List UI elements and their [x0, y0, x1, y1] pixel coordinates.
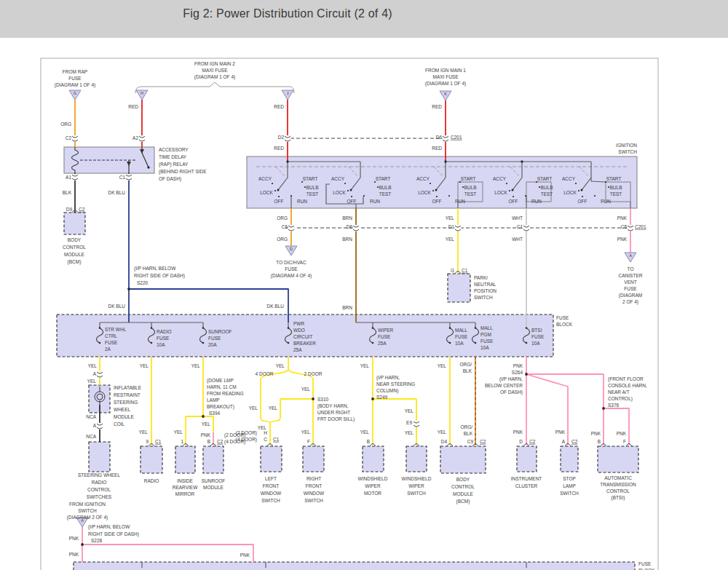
contact-dot	[272, 183, 273, 184]
diagram-label: 10A	[531, 341, 540, 346]
diagram-label: FUSE	[480, 339, 494, 344]
diagram-label: MODULE	[453, 491, 473, 496]
diagram-label: 9	[146, 439, 149, 444]
contact-dot	[432, 190, 434, 191]
diagram-label: SUNROOF	[202, 478, 226, 483]
diagram-label: PNK	[617, 237, 628, 242]
diagram-label: OF DASH)	[500, 389, 523, 395]
diagram-label: (DIAGRAM 1 OF 4)	[425, 81, 466, 87]
diagram-label: COIL	[114, 421, 125, 427]
diagram-label: BELOW CENTER	[485, 383, 523, 388]
diagram-label: S220	[137, 280, 149, 285]
diagram-label: PGM	[480, 332, 491, 337]
splice-dot	[288, 327, 290, 329]
splice-dot	[372, 327, 374, 329]
diagram-label: FUSE	[455, 334, 468, 339]
diagram-label: ORG/	[459, 362, 472, 367]
diagram-label: STEERING	[114, 400, 138, 405]
diagram-label: OFF	[347, 199, 357, 204]
figure-title: Fig 2: Power Distribution Circuit (2 of …	[0, 7, 575, 20]
diagram-label: DK BLU	[108, 304, 126, 309]
diagram-label: F	[307, 439, 310, 444]
diagram-label: S394	[209, 411, 221, 416]
diagram-label: RESTRAINT	[114, 392, 141, 397]
contact-dot	[575, 183, 577, 184]
diagram-label: FUSE	[68, 76, 82, 81]
splice-dot	[512, 189, 514, 191]
diagram-label: C201	[635, 224, 646, 229]
power-distribution-circuit-diagram: ACCYSTARTLOCKBULBTESTOFFRUNACCYSTARTLOCK…	[0, 0, 728, 570]
diagram-label: MODULE	[114, 414, 134, 419]
diagram-label: YEL	[438, 363, 447, 368]
diagram-label: ACCY	[416, 176, 430, 181]
diagram-label: (DIAGRAM 4 OF 4)	[271, 273, 312, 279]
contact-dot	[274, 190, 276, 191]
right-front-window-switch-box	[303, 446, 324, 472]
diagram-label: B	[598, 439, 601, 444]
diagram-label: DK BLU	[267, 304, 285, 309]
diagram-label: YEL	[446, 237, 455, 242]
diagram-label: (BCM)	[68, 259, 82, 265]
diagram-label: WINDSHIELD	[358, 476, 388, 481]
diagram-label: A1	[66, 175, 71, 180]
contact-dot	[290, 195, 292, 197]
diagram-label: TEST	[379, 191, 392, 197]
diagram-label: OF DASH)	[159, 176, 181, 182]
diagram-label: LOCK	[494, 190, 507, 195]
diagram-label: WIPER	[378, 328, 394, 333]
diagram-label: BREAKOUT)	[207, 404, 234, 410]
diagram-label: SWITCH	[474, 295, 493, 300]
diagram-label: MIRROR	[175, 491, 195, 496]
diagram-label: PNK	[591, 431, 601, 436]
diagram-label: CONTROL	[87, 487, 111, 492]
diagram-label: C2	[571, 439, 578, 444]
diagram-label: CONTROL	[63, 245, 86, 250]
diagram-label: C1	[119, 175, 126, 180]
diagram-label: CANISTER	[619, 273, 643, 278]
diagram-label: FRONT	[306, 483, 322, 488]
diagram-label: MODULE	[203, 485, 223, 490]
diagram-label: RUN	[370, 199, 380, 204]
diagram-label: C6	[282, 224, 288, 229]
contact-dot	[344, 183, 346, 184]
diagram-label: RUN	[455, 199, 465, 204]
diagram-label: S376	[608, 403, 620, 408]
diagram-label: H	[264, 430, 267, 435]
contact-dot	[539, 186, 540, 188]
splice-dot	[371, 397, 374, 400]
diagram-label: (DIAGRAM 2 OF 4)	[67, 515, 108, 520]
diagram-label: WHEEL	[114, 407, 131, 412]
contact-dot	[351, 196, 352, 197]
diagram-label: YEL	[301, 430, 311, 435]
diagram-label: YEL	[88, 363, 98, 368]
diagram-label: FUSE	[157, 336, 170, 341]
diagram-label: ACCY	[258, 176, 272, 181]
inside-rearview-mirror-box	[175, 446, 195, 473]
diagram-label: NCA	[86, 414, 96, 419]
diagram-label: C2	[529, 439, 536, 444]
diagram-label: A	[93, 423, 97, 428]
diagram-label: START	[376, 176, 391, 181]
diagram-label: (BTSI)	[612, 495, 625, 501]
contact-dot	[509, 190, 510, 191]
diagram-label: YEL	[276, 363, 285, 368]
splice-dot	[202, 327, 205, 329]
diagram-label: MALL	[455, 328, 467, 333]
diagram-label: LOCK	[418, 190, 431, 195]
diagram-label: CONTROL	[451, 484, 475, 489]
contact-dot	[301, 181, 303, 183]
figure-header-band: Fig 2: Power Distribution Circuit (2 of …	[0, 0, 728, 38]
diagram-label: C	[264, 437, 267, 442]
diagram-label: (I/P HARN,	[376, 375, 400, 381]
diagram-label: C1	[155, 439, 162, 444]
contact-dot	[578, 190, 579, 191]
diagram-label: WHT	[512, 215, 523, 221]
diagram-label: SWITCH	[304, 498, 323, 503]
diagram-label: TEST	[306, 191, 319, 197]
diagram-label: YEL	[174, 430, 183, 435]
diagram-label: (DIAGRAM 1 OF 4)	[55, 82, 95, 88]
diagram-label: INSIDE	[177, 478, 193, 483]
diagram-label: 4 DOOR	[256, 371, 274, 376]
diagram-label: RIGHT SIDE OF DASH)	[88, 531, 139, 537]
diagram-label: D2	[278, 135, 285, 140]
